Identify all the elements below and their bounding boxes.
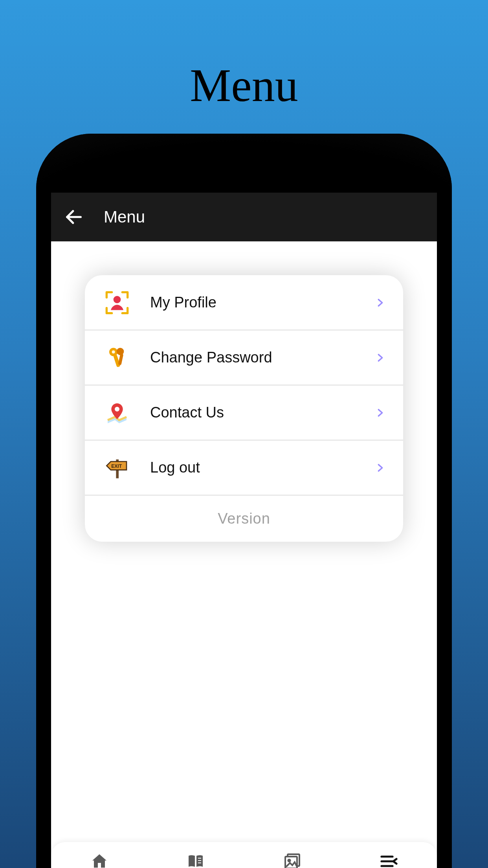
- menu-item-profile[interactable]: My Profile: [85, 275, 403, 330]
- content-area: My Profile: [51, 241, 437, 868]
- svg-point-15: [288, 859, 290, 861]
- menu-card: My Profile: [85, 275, 403, 542]
- chevron-right-icon: [375, 407, 386, 418]
- svg-point-3: [112, 350, 115, 353]
- nav-gallery[interactable]: [244, 842, 341, 868]
- menu-item-logout[interactable]: EXIT Log out: [85, 440, 403, 495]
- nav-menu[interactable]: [341, 842, 437, 868]
- keys-icon: [105, 345, 130, 370]
- menu-item-change-password[interactable]: Change Password: [85, 330, 403, 385]
- arrow-left-icon: [64, 207, 84, 227]
- app-bar-title: Menu: [104, 208, 145, 226]
- menu-item-label: Change Password: [150, 349, 375, 366]
- version-label: Version: [85, 495, 403, 542]
- svg-rect-6: [118, 353, 123, 365]
- menu-item-label: My Profile: [150, 294, 375, 311]
- menu-collapse-icon: [379, 852, 398, 868]
- app-bar: Menu: [51, 193, 437, 241]
- svg-point-5: [117, 348, 124, 355]
- profile-icon: [105, 290, 130, 315]
- bottom-nav: [51, 842, 437, 868]
- chevron-right-icon: [375, 352, 386, 363]
- menu-item-label: Contact Us: [150, 404, 375, 421]
- home-icon: [90, 852, 109, 868]
- chevron-right-icon: [375, 462, 386, 473]
- svg-point-1: [114, 296, 121, 303]
- screen: Menu My Profile: [51, 193, 437, 868]
- map-pin-icon: [105, 400, 130, 425]
- svg-point-7: [115, 406, 119, 411]
- menu-item-contact-us[interactable]: Contact Us: [85, 385, 403, 440]
- back-button[interactable]: [58, 201, 90, 233]
- book-icon: [186, 852, 205, 868]
- phone-frame: Menu My Profile: [36, 134, 452, 868]
- svg-text:EXIT: EXIT: [111, 463, 122, 469]
- page-title: Menu: [0, 0, 488, 112]
- menu-item-label: Log out: [150, 459, 375, 476]
- nav-book[interactable]: [148, 842, 244, 868]
- exit-sign-icon: EXIT: [105, 455, 130, 480]
- gallery-icon: [283, 852, 302, 868]
- nav-home[interactable]: [51, 842, 148, 868]
- chevron-right-icon: [375, 297, 386, 308]
